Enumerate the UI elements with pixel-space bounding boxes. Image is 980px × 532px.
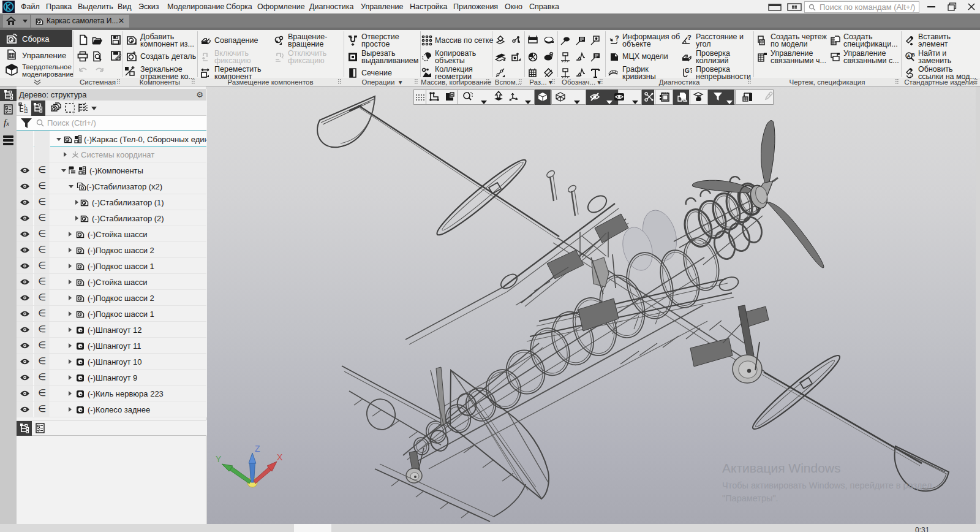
svg-text:G?: G? <box>685 67 692 74</box>
svg-text:?: ? <box>687 35 692 41</box>
svg-text:12: 12 <box>24 110 28 113</box>
svg-text:B: B <box>911 52 915 58</box>
svg-text:A: A <box>907 53 911 59</box>
svg-text:X: X <box>277 452 283 462</box>
svg-text:Y: Y <box>216 454 222 464</box>
svg-text:?: ? <box>615 35 619 42</box>
svg-text:Z: Z <box>255 444 260 454</box>
